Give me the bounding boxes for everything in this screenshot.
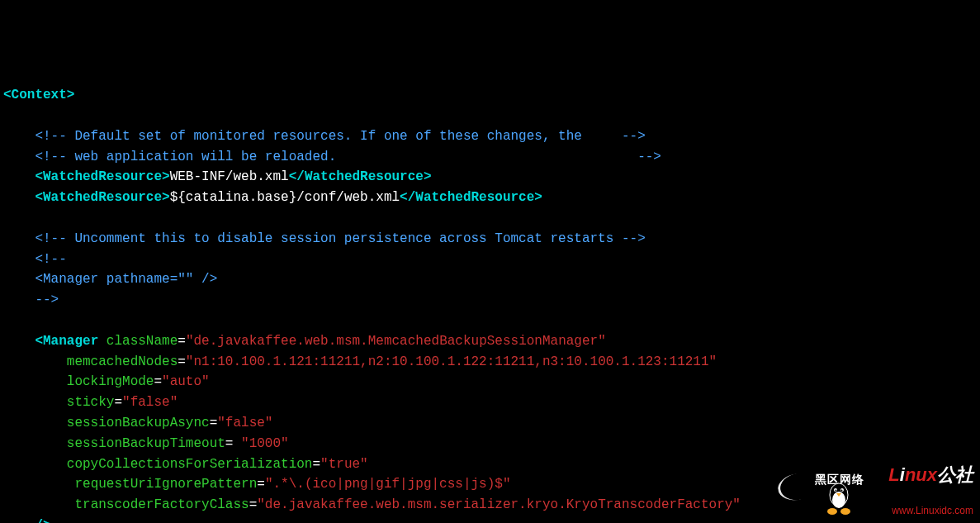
tag-watchedresource-close: </WatchedResource> (400, 190, 542, 205)
code-line: transcoderFactoryClass="de.javakaffee.we… (3, 497, 741, 512)
xml-comment-body: <Manager pathname="" /> (3, 272, 217, 287)
tag-context-open: <Context> (3, 88, 74, 102)
svg-point-8 (840, 508, 850, 515)
attr-name: sticky (67, 395, 115, 410)
code-line: <Manager className="de.javakaffee.web.ms… (3, 334, 606, 349)
tag-watchedresource-open: <WatchedResource> (35, 169, 169, 184)
watermark-logo: Linux公社 www.Linuxidc.com (824, 445, 973, 516)
attr-name: className (107, 334, 178, 349)
xml-comment: <!-- Default set of monitored resources.… (3, 129, 646, 144)
tag-watchedresource-open: <WatchedResource> (35, 190, 169, 205)
text-content: WEB-INF/web.xml (170, 169, 289, 184)
code-line: copyCollectionsForSerialization="true" (3, 457, 368, 472)
tag-watchedresource-close: </WatchedResource> (289, 169, 432, 184)
attr-name: sessionBackupTimeout (67, 436, 225, 451)
svg-point-5 (840, 490, 842, 492)
tux-penguin-icon (824, 480, 854, 516)
code-line: lockingMode="auto" (3, 374, 210, 389)
xml-comment-close: --> (3, 292, 59, 307)
attr-value: "true" (320, 457, 368, 472)
attr-name: lockingMode (67, 374, 154, 389)
attr-value: ".*\.(ico|png|gif|jpg|css|js)$" (265, 477, 511, 492)
code-line: memcachedNodes="n1:10.100.1.121:11211,n2… (3, 354, 717, 369)
watermark-text: Linux公社 www.Linuxidc.com (859, 445, 973, 516)
attr-value: "de.javakaffee.web.msm.MemcachedBackupSe… (186, 334, 606, 349)
code-line: <WatchedResource>${catalina.base}/conf/w… (3, 190, 542, 205)
attr-name: transcoderFactoryClass (74, 497, 249, 512)
svg-point-4 (835, 490, 836, 492)
code-line: sessionBackupAsync="false" (3, 416, 272, 430)
attr-name: requestUriIgnorePattern (74, 477, 257, 492)
attr-name: copyCollectionsForSerialization (67, 457, 313, 472)
attr-value: "auto" (162, 374, 210, 389)
code-line: <WatchedResource>WEB-INF/web.xml</Watche… (3, 169, 432, 184)
watermark-url: www.Linuxidc.com (892, 506, 973, 516)
attr-value: "false" (217, 416, 272, 430)
attr-value: "false" (122, 395, 178, 410)
attr-value: "n1:10.100.1.121:11211,n2:10.100.1.122:1… (186, 354, 717, 369)
xml-comment: <!-- Uncomment this to disable session p… (3, 231, 646, 246)
xml-comment: <!-- web application will be reloaded. -… (3, 150, 661, 164)
code-line: requestUriIgnorePattern=".*\.(ico|png|gi… (3, 477, 511, 492)
xml-comment-open: <!-- (3, 252, 67, 267)
tag-manager: Manager (43, 334, 98, 349)
code-line: sticky="false" (3, 395, 178, 410)
code-line: sessionBackupTimeout= "1000" (3, 436, 289, 451)
attr-value: "de.javakaffee.web.msm.serializer.kryo.K… (257, 497, 741, 512)
attr-name: memcachedNodes (67, 354, 178, 369)
attr-value: "1000" (241, 436, 289, 451)
attr-name: sessionBackupAsync (67, 416, 210, 430)
text-content: ${catalina.base}/conf/web.xml (170, 190, 400, 205)
svg-point-7 (827, 508, 837, 515)
tag-self-close: /> (3, 518, 51, 523)
